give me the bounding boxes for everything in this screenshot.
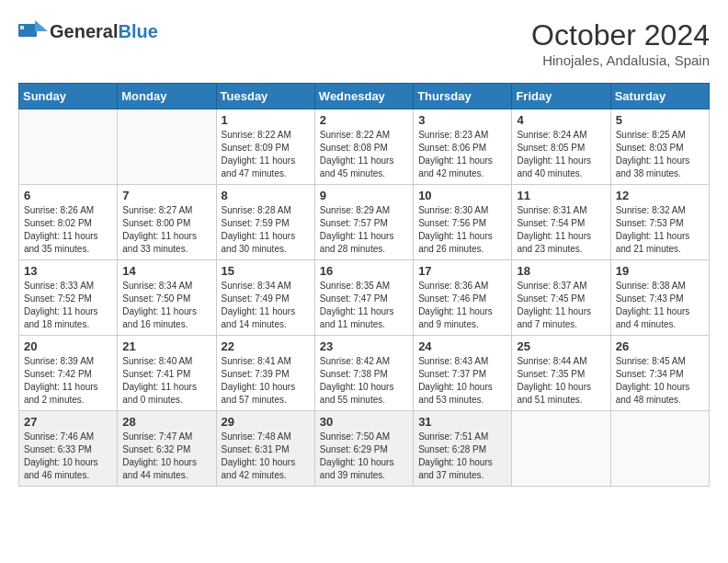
cell-info: Sunrise: 8:42 AM Sunset: 7:38 PM Dayligh… bbox=[320, 355, 408, 407]
cell-info: Sunrise: 8:43 AM Sunset: 7:37 PM Dayligh… bbox=[418, 355, 506, 407]
day-number: 11 bbox=[517, 189, 605, 202]
day-number: 17 bbox=[418, 264, 506, 278]
table-row bbox=[610, 411, 709, 487]
day-number: 26 bbox=[616, 339, 704, 353]
table-row: 8Sunrise: 8:28 AM Sunset: 7:59 PM Daylig… bbox=[216, 185, 314, 260]
header-sunday: Sunday bbox=[19, 84, 118, 109]
cell-info: Sunrise: 8:28 AM Sunset: 7:59 PM Dayligh… bbox=[222, 204, 310, 256]
logo-blue: Blue bbox=[118, 21, 157, 42]
day-number: 23 bbox=[320, 339, 408, 353]
cell-info: Sunrise: 8:24 AM Sunset: 8:05 PM Dayligh… bbox=[517, 129, 605, 180]
table-row: 20Sunrise: 8:39 AM Sunset: 7:42 PM Dayli… bbox=[19, 336, 118, 411]
day-number: 1 bbox=[222, 113, 310, 127]
day-number: 29 bbox=[222, 415, 310, 429]
header-thursday: Thursday bbox=[414, 84, 512, 109]
day-number: 10 bbox=[418, 189, 506, 202]
day-number: 4 bbox=[517, 113, 605, 127]
table-row: 26Sunrise: 8:45 AM Sunset: 7:34 PM Dayli… bbox=[610, 336, 709, 411]
cell-info: Sunrise: 8:31 AM Sunset: 7:54 PM Dayligh… bbox=[517, 204, 605, 256]
table-row: 21Sunrise: 8:40 AM Sunset: 7:41 PM Dayli… bbox=[118, 336, 216, 411]
day-number: 22 bbox=[222, 339, 310, 353]
day-number: 6 bbox=[24, 189, 112, 202]
cell-info: Sunrise: 8:34 AM Sunset: 7:49 PM Dayligh… bbox=[222, 280, 310, 331]
table-row: 27Sunrise: 7:46 AM Sunset: 6:33 PM Dayli… bbox=[19, 411, 118, 487]
table-row: 7Sunrise: 8:27 AM Sunset: 8:00 PM Daylig… bbox=[118, 185, 216, 260]
cell-info: Sunrise: 8:45 AM Sunset: 7:34 PM Dayligh… bbox=[616, 355, 704, 407]
table-row: 6Sunrise: 8:26 AM Sunset: 8:02 PM Daylig… bbox=[19, 185, 118, 260]
cell-info: Sunrise: 7:50 AM Sunset: 6:29 PM Dayligh… bbox=[320, 431, 408, 482]
header-tuesday: Tuesday bbox=[216, 84, 314, 109]
table-row bbox=[19, 109, 118, 185]
header-monday: Monday bbox=[118, 84, 216, 109]
table-row: 15Sunrise: 8:34 AM Sunset: 7:49 PM Dayli… bbox=[216, 260, 314, 336]
svg-rect-2 bbox=[20, 26, 24, 29]
header-wednesday: Wednesday bbox=[314, 84, 413, 109]
table-row: 22Sunrise: 8:41 AM Sunset: 7:39 PM Dayli… bbox=[216, 336, 314, 411]
cell-info: Sunrise: 8:29 AM Sunset: 7:57 PM Dayligh… bbox=[320, 204, 408, 256]
day-number: 19 bbox=[616, 264, 704, 278]
table-row: 31Sunrise: 7:51 AM Sunset: 6:28 PM Dayli… bbox=[414, 411, 512, 487]
cell-info: Sunrise: 8:26 AM Sunset: 8:02 PM Dayligh… bbox=[24, 204, 112, 256]
table-row: 24Sunrise: 8:43 AM Sunset: 7:37 PM Dayli… bbox=[414, 336, 512, 411]
table-row: 3Sunrise: 8:23 AM Sunset: 8:06 PM Daylig… bbox=[414, 109, 512, 185]
table-row: 11Sunrise: 8:31 AM Sunset: 7:54 PM Dayli… bbox=[512, 185, 610, 260]
cell-info: Sunrise: 8:38 AM Sunset: 7:43 PM Dayligh… bbox=[616, 280, 704, 331]
day-number: 5 bbox=[616, 113, 704, 127]
svg-marker-1 bbox=[35, 20, 48, 31]
table-row: 14Sunrise: 8:34 AM Sunset: 7:50 PM Dayli… bbox=[118, 260, 216, 336]
cell-info: Sunrise: 8:22 AM Sunset: 8:09 PM Dayligh… bbox=[222, 129, 310, 180]
cell-info: Sunrise: 8:34 AM Sunset: 7:50 PM Dayligh… bbox=[122, 280, 210, 331]
cell-info: Sunrise: 8:44 AM Sunset: 7:35 PM Dayligh… bbox=[517, 355, 605, 407]
day-number: 18 bbox=[517, 264, 605, 278]
calendar-table: Sunday Monday Tuesday Wednesday Thursday… bbox=[18, 83, 710, 487]
cell-info: Sunrise: 8:36 AM Sunset: 7:46 PM Dayligh… bbox=[418, 280, 506, 331]
title-section: October 2024 Hinojales, Andalusia, Spain bbox=[531, 18, 710, 68]
cell-info: Sunrise: 8:41 AM Sunset: 7:39 PM Dayligh… bbox=[222, 355, 310, 407]
cell-info: Sunrise: 8:37 AM Sunset: 7:45 PM Dayligh… bbox=[517, 280, 605, 331]
table-row: 19Sunrise: 8:38 AM Sunset: 7:43 PM Dayli… bbox=[610, 260, 709, 336]
day-number: 20 bbox=[24, 339, 112, 353]
day-number: 14 bbox=[122, 264, 210, 278]
day-number: 13 bbox=[24, 264, 112, 278]
table-row bbox=[512, 411, 610, 487]
cell-info: Sunrise: 7:47 AM Sunset: 6:32 PM Dayligh… bbox=[122, 431, 210, 482]
logo: General Blue bbox=[18, 18, 158, 44]
table-row bbox=[118, 109, 216, 185]
table-row: 5Sunrise: 8:25 AM Sunset: 8:03 PM Daylig… bbox=[610, 109, 709, 185]
day-number: 12 bbox=[616, 189, 704, 202]
cell-info: Sunrise: 8:39 AM Sunset: 7:42 PM Dayligh… bbox=[24, 355, 112, 407]
day-number: 9 bbox=[320, 189, 408, 202]
table-row: 9Sunrise: 8:29 AM Sunset: 7:57 PM Daylig… bbox=[314, 185, 413, 260]
table-row: 2Sunrise: 8:22 AM Sunset: 8:08 PM Daylig… bbox=[314, 109, 413, 185]
table-row: 16Sunrise: 8:35 AM Sunset: 7:47 PM Dayli… bbox=[314, 260, 413, 336]
cell-info: Sunrise: 8:30 AM Sunset: 7:56 PM Dayligh… bbox=[418, 204, 506, 256]
cell-info: Sunrise: 8:27 AM Sunset: 8:00 PM Dayligh… bbox=[122, 204, 210, 256]
location-subtitle: Hinojales, Andalusia, Spain bbox=[531, 52, 710, 68]
cell-info: Sunrise: 8:33 AM Sunset: 7:52 PM Dayligh… bbox=[24, 280, 112, 331]
cell-info: Sunrise: 8:35 AM Sunset: 7:47 PM Dayligh… bbox=[320, 280, 408, 331]
table-row: 13Sunrise: 8:33 AM Sunset: 7:52 PM Dayli… bbox=[19, 260, 118, 336]
table-row: 12Sunrise: 8:32 AM Sunset: 7:53 PM Dayli… bbox=[610, 185, 709, 260]
cell-info: Sunrise: 8:40 AM Sunset: 7:41 PM Dayligh… bbox=[122, 355, 210, 407]
cell-info: Sunrise: 8:22 AM Sunset: 8:08 PM Dayligh… bbox=[320, 129, 408, 180]
cell-info: Sunrise: 7:51 AM Sunset: 6:28 PM Dayligh… bbox=[418, 431, 506, 482]
day-number: 16 bbox=[320, 264, 408, 278]
page-header: General Blue October 2024 Hinojales, And… bbox=[18, 18, 710, 68]
table-row: 18Sunrise: 8:37 AM Sunset: 7:45 PM Dayli… bbox=[512, 260, 610, 336]
cell-info: Sunrise: 8:23 AM Sunset: 8:06 PM Dayligh… bbox=[418, 129, 506, 180]
cell-info: Sunrise: 8:32 AM Sunset: 7:53 PM Dayligh… bbox=[616, 204, 704, 256]
day-number: 30 bbox=[320, 415, 408, 429]
month-title: October 2024 bbox=[531, 18, 710, 52]
header-friday: Friday bbox=[512, 84, 610, 109]
logo-icon bbox=[18, 18, 48, 44]
day-number: 21 bbox=[122, 339, 210, 353]
table-row: 17Sunrise: 8:36 AM Sunset: 7:46 PM Dayli… bbox=[414, 260, 512, 336]
day-number: 2 bbox=[320, 113, 408, 127]
table-row: 1Sunrise: 8:22 AM Sunset: 8:09 PM Daylig… bbox=[216, 109, 314, 185]
table-row: 28Sunrise: 7:47 AM Sunset: 6:32 PM Dayli… bbox=[118, 411, 216, 487]
day-number: 15 bbox=[222, 264, 310, 278]
day-number: 28 bbox=[122, 415, 210, 429]
cell-info: Sunrise: 7:48 AM Sunset: 6:31 PM Dayligh… bbox=[222, 431, 310, 482]
cell-info: Sunrise: 8:25 AM Sunset: 8:03 PM Dayligh… bbox=[616, 129, 704, 180]
day-number: 31 bbox=[418, 415, 506, 429]
